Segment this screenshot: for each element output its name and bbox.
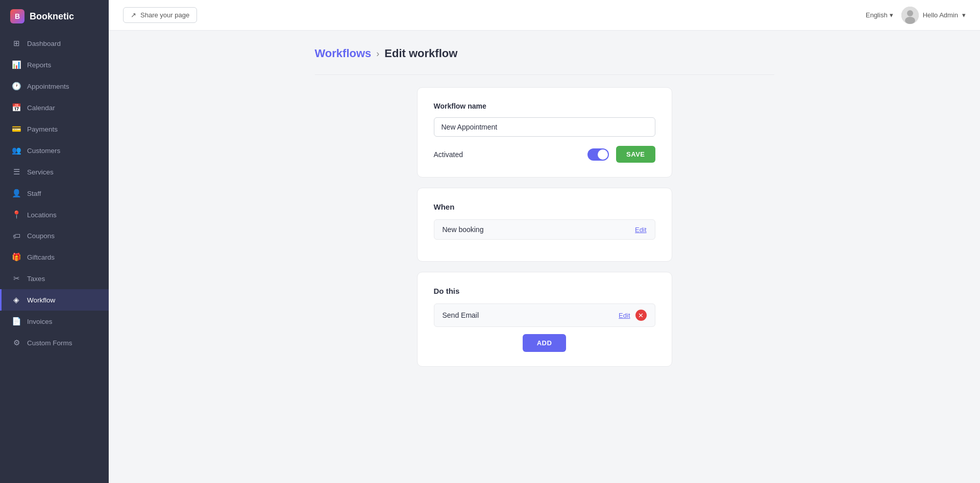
sidebar-item-label-staff: Staff xyxy=(27,190,41,197)
when-card: When New booking Edit xyxy=(417,188,672,262)
sidebar-item-label-taxes: Taxes xyxy=(27,275,45,283)
app-name: Booknetic xyxy=(30,11,74,22)
sidebar-item-label-locations: Locations xyxy=(27,211,57,219)
invoices-icon: 📄 xyxy=(12,317,21,326)
workflow-name-card: Workflow name Activated SAVE xyxy=(417,87,672,177)
do-this-edit-link[interactable]: Edit xyxy=(619,312,630,319)
when-field-value: New booking xyxy=(443,225,484,234)
topbar: ↗ Share your page English ▾ Hello Admin … xyxy=(109,0,980,31)
topbar-left: ↗ Share your page xyxy=(123,7,197,23)
workflow-name-input[interactable] xyxy=(434,117,655,137)
sidebar-item-payments[interactable]: 💳 Payments xyxy=(0,118,109,140)
sidebar-item-label-workflow: Workflow xyxy=(27,296,55,304)
sidebar-item-label-appointments: Appointments xyxy=(27,83,69,90)
breadcrumb-current: Edit workflow xyxy=(384,47,457,60)
sidebar-item-coupons[interactable]: 🏷 Coupons xyxy=(0,225,109,246)
sidebar-item-dashboard[interactable]: ⊞ Dashboard xyxy=(0,33,109,54)
sidebar-item-invoices[interactable]: 📄 Invoices xyxy=(0,311,109,332)
user-arrow: ▾ xyxy=(962,11,966,19)
breadcrumb-parent[interactable]: Workflows xyxy=(315,47,372,60)
sidebar-item-label-custom-forms: Custom Forms xyxy=(27,339,72,347)
dashboard-icon: ⊞ xyxy=(12,39,21,48)
activated-right: SAVE xyxy=(587,146,655,163)
do-this-remove-button[interactable]: ✕ xyxy=(635,310,647,321)
sidebar-item-label-dashboard: Dashboard xyxy=(27,40,61,47)
page-content: Workflows › Edit workflow Workflow name … xyxy=(109,31,980,483)
add-button[interactable]: ADD xyxy=(523,334,567,352)
sidebar-item-locations[interactable]: 📍 Locations xyxy=(0,204,109,225)
workflow-icon: ◈ xyxy=(12,295,21,304)
sidebar-item-label-reports: Reports xyxy=(27,61,51,69)
user-label: Hello Admin xyxy=(923,11,958,19)
sidebar-item-appointments[interactable]: 🕐 Appointments xyxy=(0,75,109,97)
taxes-icon: ✂ xyxy=(12,274,21,283)
sidebar-item-taxes[interactable]: ✂ Taxes xyxy=(0,268,109,289)
sidebar-item-label-giftcards: Giftcards xyxy=(27,253,55,261)
do-this-actions: Edit ✕ xyxy=(619,310,646,321)
share-label: Share your page xyxy=(140,11,189,19)
breadcrumb: Workflows › Edit workflow xyxy=(315,47,774,60)
sidebar-item-custom-forms[interactable]: ⚙ Custom Forms xyxy=(0,332,109,353)
activated-label: Activated xyxy=(434,150,463,159)
when-title: When xyxy=(434,202,655,211)
do-this-field-row: Send Email Edit ✕ xyxy=(434,303,655,327)
when-field-row: New booking Edit xyxy=(434,219,655,240)
logo-icon: B xyxy=(10,9,24,23)
do-this-card: Do this Send Email Edit ✕ ADD xyxy=(417,272,672,367)
giftcards-icon: 🎁 xyxy=(12,252,21,262)
workflow-name-label: Workflow name xyxy=(434,102,655,110)
staff-icon: 👤 xyxy=(12,189,21,198)
calendar-icon: 📅 xyxy=(12,103,21,112)
share-icon: ↗ xyxy=(131,11,136,19)
sidebar-item-staff[interactable]: 👤 Staff xyxy=(0,183,109,204)
share-button[interactable]: ↗ Share your page xyxy=(123,7,197,23)
sidebar-item-label-payments: Payments xyxy=(27,125,58,133)
sidebar-item-calendar[interactable]: 📅 Calendar xyxy=(0,97,109,118)
sidebar: B Booknetic ⊞ Dashboard 📊 Reports 🕐 Appo… xyxy=(0,0,109,483)
language-arrow: ▾ xyxy=(890,11,893,19)
breadcrumb-separator: › xyxy=(376,48,379,59)
language-label: English xyxy=(866,11,888,19)
activated-row: Activated SAVE xyxy=(434,146,655,163)
save-button[interactable]: SAVE xyxy=(616,146,655,163)
language-selector[interactable]: English ▾ xyxy=(866,11,893,19)
services-icon: ☰ xyxy=(12,167,21,176)
coupons-icon: 🏷 xyxy=(12,232,21,240)
svg-point-1 xyxy=(907,10,913,16)
locations-icon: 📍 xyxy=(12,210,21,219)
sidebar-item-customers[interactable]: 👥 Customers xyxy=(0,140,109,161)
svg-point-2 xyxy=(905,17,915,24)
sidebar-item-services[interactable]: ☰ Services xyxy=(0,161,109,183)
sidebar-item-label-services: Services xyxy=(27,168,54,176)
section-divider xyxy=(315,74,774,75)
topbar-right: English ▾ Hello Admin ▾ xyxy=(866,7,966,24)
sidebar-item-label-calendar: Calendar xyxy=(27,104,55,112)
activated-toggle[interactable] xyxy=(587,148,609,161)
do-this-title: Do this xyxy=(434,287,655,295)
payments-icon: 💳 xyxy=(12,124,21,134)
sidebar-item-label-customers: Customers xyxy=(27,147,60,155)
customers-icon: 👥 xyxy=(12,146,21,155)
sidebar-item-label-coupons: Coupons xyxy=(27,232,55,240)
sidebar-item-reports[interactable]: 📊 Reports xyxy=(0,54,109,75)
sidebar-item-giftcards[interactable]: 🎁 Giftcards xyxy=(0,246,109,268)
appointments-icon: 🕐 xyxy=(12,82,21,91)
custom-forms-icon: ⚙ xyxy=(12,338,21,347)
cards-wrapper: Workflows › Edit workflow Workflow name … xyxy=(315,47,774,367)
avatar xyxy=(901,7,919,24)
sidebar-item-label-invoices: Invoices xyxy=(27,318,53,325)
do-this-field-value: Send Email xyxy=(443,311,479,319)
when-edit-link[interactable]: Edit xyxy=(635,226,646,234)
app-logo: B Booknetic xyxy=(0,0,109,33)
user-menu[interactable]: Hello Admin ▾ xyxy=(901,7,966,24)
main-content: ↗ Share your page English ▾ Hello Admin … xyxy=(109,0,980,483)
reports-icon: 📊 xyxy=(12,60,21,69)
sidebar-item-workflow[interactable]: ◈ Workflow xyxy=(0,289,109,311)
